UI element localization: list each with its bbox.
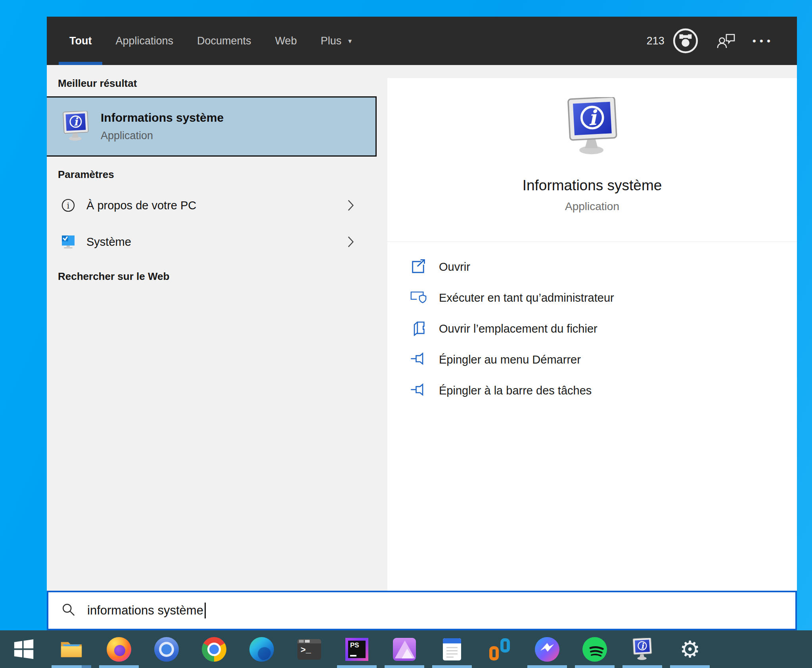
taskbar-system-information[interactable] xyxy=(619,630,666,668)
chevron-down-icon: ▼ xyxy=(347,38,353,44)
taskbar-terminal[interactable]: >_ xyxy=(285,630,333,668)
chromium-icon xyxy=(154,637,179,662)
link-app-icon xyxy=(488,638,511,661)
divider xyxy=(387,241,797,242)
taskbar-spotify[interactable] xyxy=(571,630,619,668)
tab-plus-menu[interactable]: Plus ▼ xyxy=(321,17,353,65)
edge-icon xyxy=(249,637,274,662)
windows-search-flyout: Tout Applications Documents Web Plus ▼ 2… xyxy=(47,17,797,630)
open-icon xyxy=(410,258,427,276)
action-label: Exécuter en tant qu’administrateur xyxy=(439,291,614,304)
header-right-cluster: 213 ••• xyxy=(647,27,774,55)
feedback-person-icon[interactable] xyxy=(717,32,736,50)
taskbar-firefox[interactable] xyxy=(95,630,143,668)
phpstorm-icon: PS xyxy=(345,638,368,661)
list-item-about-pc[interactable]: À propos de votre PC xyxy=(47,187,377,224)
best-match-text: Informations système Application xyxy=(101,111,224,142)
action-label: Ouvrir l’emplacement du fichier xyxy=(439,322,598,335)
info-circle-icon xyxy=(60,197,76,213)
search-input-value: informations système xyxy=(87,603,206,618)
messenger-icon xyxy=(535,637,559,662)
file-explorer-icon xyxy=(59,637,84,662)
tab-documents[interactable]: Documents xyxy=(197,17,251,65)
search-results-body: Meilleur résultat Informations système A… xyxy=(47,65,797,591)
more-options-ellipsis-icon[interactable]: ••• xyxy=(753,36,774,46)
system-monitor-check-icon xyxy=(60,234,76,250)
tab-tout-label: Tout xyxy=(69,35,92,47)
best-match-header: Meilleur résultat xyxy=(58,65,377,90)
rewards-count: 213 xyxy=(647,35,665,47)
taskbar-link-app[interactable] xyxy=(476,630,523,668)
list-item-label: Système xyxy=(86,235,131,249)
desktop: Tout Applications Documents Web Plus ▼ 2… xyxy=(0,0,812,668)
taskbar-start[interactable] xyxy=(0,630,48,668)
affinity-icon xyxy=(393,638,416,661)
taskbar-phpstorm[interactable]: PS xyxy=(333,630,381,668)
firefox-icon xyxy=(107,637,131,662)
search-filter-bar: Tout Applications Documents Web Plus ▼ 2… xyxy=(47,17,797,65)
system-information-icon xyxy=(563,97,622,157)
results-list: Meilleur résultat Informations système A… xyxy=(47,65,377,591)
tab-web[interactable]: Web xyxy=(275,17,297,65)
action-label: Épingler au menu Démarrer xyxy=(439,353,581,366)
system-information-icon xyxy=(631,638,654,661)
file-location-icon xyxy=(410,320,427,337)
pin-icon xyxy=(410,382,427,399)
windows-logo-icon xyxy=(12,638,35,661)
best-match-result[interactable]: Informations système Application xyxy=(47,96,377,157)
search-icon xyxy=(61,603,77,618)
chevron-right-icon xyxy=(347,198,355,212)
action-label: Ouvrir xyxy=(439,260,470,274)
list-item-systeme[interactable]: Système xyxy=(47,224,377,260)
system-information-icon xyxy=(60,111,91,142)
taskbar: >_ PS xyxy=(0,630,812,668)
spotify-icon xyxy=(582,637,607,662)
tab-plus-label: Plus xyxy=(321,35,342,47)
taskbar-notepad[interactable] xyxy=(428,630,476,668)
text-caret xyxy=(205,603,206,618)
tab-applications-label: Applications xyxy=(115,35,173,47)
tab-web-label: Web xyxy=(275,35,297,47)
settings-items: À propos de votre PC Système xyxy=(47,187,377,260)
preview-panel: Informations système Application Ouvrir … xyxy=(387,78,797,591)
terminal-icon: >_ xyxy=(297,639,321,660)
list-item-label: À propos de votre PC xyxy=(86,199,196,212)
action-pin-to-taskbar[interactable]: Épingler à la barre des tâches xyxy=(387,375,797,406)
taskbar-messenger[interactable] xyxy=(523,630,571,668)
pin-icon xyxy=(410,351,427,368)
action-open-file-location[interactable]: Ouvrir l’emplacement du fichier xyxy=(387,313,797,344)
search-input[interactable]: informations système xyxy=(47,591,797,630)
web-section-header: Rechercher sur le Web xyxy=(58,270,377,283)
tab-tout[interactable]: Tout xyxy=(69,17,92,65)
best-match-title: Informations système xyxy=(101,111,224,124)
chevron-right-icon xyxy=(347,235,355,249)
settings-section-header: Paramètres xyxy=(58,168,377,181)
taskbar-chromium[interactable] xyxy=(143,630,190,668)
taskbar-file-explorer[interactable] xyxy=(48,630,95,668)
best-match-subtitle: Application xyxy=(101,130,224,142)
taskbar-affinity[interactable] xyxy=(381,630,428,668)
tab-applications[interactable]: Applications xyxy=(115,17,173,65)
taskbar-settings[interactable]: ⚙ xyxy=(666,630,714,668)
gear-icon: ⚙ xyxy=(680,638,700,661)
taskbar-chrome[interactable] xyxy=(190,630,238,668)
notepad-icon xyxy=(443,638,461,660)
action-run-as-admin[interactable]: Exécuter en tant qu’administrateur xyxy=(387,282,797,313)
preview-actions: Ouvrir Exécuter en tant qu’administrateu… xyxy=(387,251,797,406)
tab-documents-label: Documents xyxy=(197,35,251,47)
rewards-medal-icon[interactable] xyxy=(672,27,699,55)
action-label: Épingler à la barre des tâches xyxy=(439,384,592,397)
taskbar-edge[interactable] xyxy=(238,630,285,668)
action-pin-to-start[interactable]: Épingler au menu Démarrer xyxy=(387,344,797,375)
action-open[interactable]: Ouvrir xyxy=(387,251,797,282)
preview-title: Informations système xyxy=(387,177,797,194)
preview-subtitle: Application xyxy=(387,200,797,213)
run-as-admin-icon xyxy=(410,289,427,306)
chrome-icon xyxy=(202,637,226,662)
